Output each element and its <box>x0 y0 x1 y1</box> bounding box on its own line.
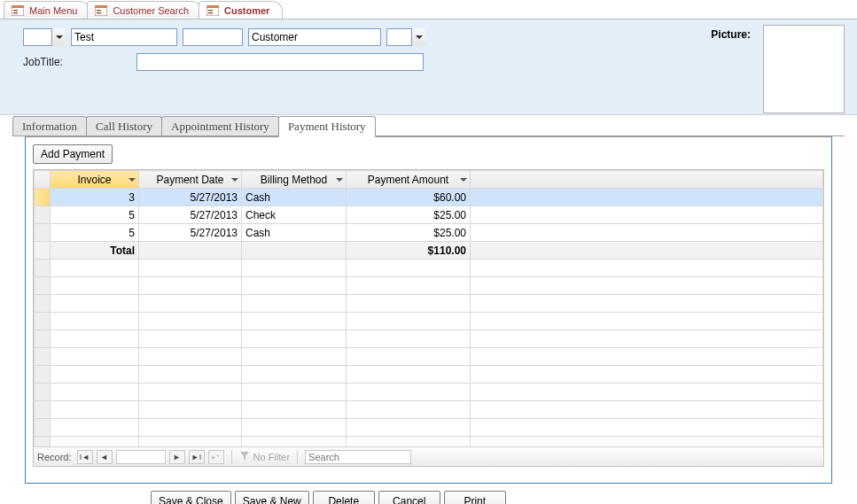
print-button[interactable]: Print <box>444 491 506 504</box>
form-icon <box>206 5 219 16</box>
doc-tab-label: Main Menu <box>29 5 77 16</box>
tab-call-history[interactable]: Call History <box>86 116 162 136</box>
app-window: Main Menu Customer Search Customer <box>0 0 857 504</box>
grid-table[interactable]: Invoice Payment Date Billing Method <box>34 170 823 446</box>
svg-rect-3 <box>13 12 18 14</box>
column-dropdown-icon[interactable] <box>335 175 344 184</box>
col-header-label: Billing Method <box>261 174 327 186</box>
svg-rect-10 <box>208 10 213 12</box>
doc-tab-label: Customer <box>224 5 269 16</box>
filter-label: No Filter <box>253 452 291 462</box>
doc-tab-label: Customer Search <box>113 5 189 16</box>
row-selector <box>35 242 51 260</box>
column-dropdown-icon[interactable] <box>459 175 468 184</box>
svg-marker-16 <box>336 178 343 182</box>
grid-body: Invoice Payment Date Billing Method <box>34 170 823 446</box>
cancel-button[interactable]: Cancel <box>378 491 440 504</box>
record-search-input[interactable] <box>305 450 411 464</box>
filter-indicator[interactable]: No Filter <box>239 451 291 463</box>
cell-invoice[interactable]: 5 <box>51 206 139 224</box>
cell-payment-date[interactable]: 5/27/2013 <box>139 189 242 206</box>
row-selector[interactable] <box>35 189 51 206</box>
dropdown-arrow-icon[interactable] <box>51 28 66 46</box>
total-label: Total <box>51 242 139 260</box>
svg-rect-5 <box>95 5 107 8</box>
cell-payment-amount[interactable]: $60.00 <box>347 189 471 206</box>
col-header-payment-date[interactable]: Payment Date <box>139 171 242 189</box>
col-header-empty <box>471 171 823 189</box>
cell-invoice[interactable]: 3 <box>51 189 139 206</box>
picture-frame[interactable] <box>763 25 845 113</box>
form-icon <box>12 5 24 16</box>
funnel-icon <box>239 451 250 463</box>
cell-payment-amount[interactable]: $25.00 <box>347 206 471 224</box>
nav-next-button[interactable]: ► <box>169 450 185 464</box>
doc-tab-customer[interactable]: Customer <box>199 1 283 19</box>
recnav-label: Record: <box>37 452 74 462</box>
svg-marker-15 <box>231 178 238 182</box>
cell-payment-amount[interactable]: $25.00 <box>347 224 471 242</box>
grid-row[interactable]: 5 5/27/2013 Check $25.00 <box>35 206 823 224</box>
record-position-input[interactable] <box>116 450 166 464</box>
svg-rect-2 <box>13 10 18 12</box>
separator <box>297 450 298 464</box>
suffix-combo[interactable] <box>386 28 425 46</box>
row-selector[interactable] <box>35 206 51 224</box>
delete-button[interactable]: Delete <box>313 491 375 504</box>
doc-tab-main-menu[interactable]: Main Menu <box>4 1 90 19</box>
middle-name-input[interactable] <box>183 28 243 46</box>
col-header-payment-amount[interactable]: Payment Amount <box>347 171 471 189</box>
row-selector[interactable] <box>35 224 51 242</box>
svg-rect-7 <box>97 12 101 14</box>
svg-rect-6 <box>97 10 101 12</box>
svg-marker-14 <box>129 178 136 182</box>
svg-marker-18 <box>240 452 249 461</box>
col-header-label: Payment Date <box>156 174 223 186</box>
svg-rect-11 <box>208 12 213 14</box>
cell-payment-date[interactable]: 5/27/2013 <box>139 206 242 224</box>
save-new-button[interactable]: Save & New <box>235 491 309 504</box>
cell-billing-method[interactable]: Cash <box>242 224 347 242</box>
payment-history-panel: Add Payment Invoice <box>25 136 832 484</box>
first-name-input[interactable] <box>71 28 177 46</box>
record-navigator: Record: I◄ ◄ ► ►I ▸* No Filter <box>34 446 823 466</box>
column-dropdown-icon[interactable] <box>128 175 136 184</box>
title-combo[interactable] <box>23 28 66 46</box>
tab-payment-history[interactable]: Payment History <box>278 116 376 137</box>
nav-new-button[interactable]: ▸* <box>208 450 224 464</box>
col-header-label: Invoice <box>77 174 111 186</box>
row-selector-header[interactable] <box>35 171 51 189</box>
grid-total-row: Total $110.00 <box>35 242 823 260</box>
tab-appointment-history[interactable]: Appointment History <box>161 116 279 136</box>
column-dropdown-icon[interactable] <box>230 175 239 184</box>
last-name-input[interactable] <box>248 28 381 46</box>
svg-marker-12 <box>56 35 63 39</box>
grid-row[interactable]: 3 5/27/2013 Cash $60.00 <box>35 189 823 206</box>
cell-billing-method[interactable]: Cash <box>242 189 347 206</box>
add-payment-button[interactable]: Add Payment <box>33 144 113 164</box>
payment-grid: Invoice Payment Date Billing Method <box>33 169 824 467</box>
cell-billing-method[interactable]: Check <box>242 206 347 224</box>
cell-empty <box>471 189 823 206</box>
grid-row[interactable]: 5 5/27/2013 Cash $25.00 <box>35 224 823 242</box>
svg-marker-13 <box>416 35 423 39</box>
nav-prev-button[interactable]: ◄ <box>97 450 113 464</box>
document-tab-bar: Main Menu Customer Search Customer <box>0 0 857 19</box>
jobtitle-input[interactable] <box>136 53 424 71</box>
nav-first-button[interactable]: I◄ <box>77 450 93 464</box>
col-header-billing-method[interactable]: Billing Method <box>242 171 347 189</box>
doc-tab-customer-search[interactable]: Customer Search <box>87 1 202 19</box>
separator <box>231 450 232 464</box>
svg-marker-17 <box>460 178 467 182</box>
picture-section: Picture: <box>711 25 845 113</box>
cell-invoice[interactable]: 5 <box>51 224 139 242</box>
cell-payment-date[interactable]: 5/27/2013 <box>139 224 242 242</box>
picture-label: Picture: <box>711 25 751 41</box>
col-header-invoice[interactable]: Invoice <box>51 171 139 189</box>
action-bar: Save & Close Save & New Delete Cancel Pr… <box>0 484 857 504</box>
tab-information[interactable]: Information <box>12 116 87 136</box>
save-close-button[interactable]: Save & Close <box>151 491 231 504</box>
total-amount: $110.00 <box>347 242 471 260</box>
nav-last-button[interactable]: ►I <box>189 450 205 464</box>
dropdown-arrow-icon[interactable] <box>411 28 425 46</box>
